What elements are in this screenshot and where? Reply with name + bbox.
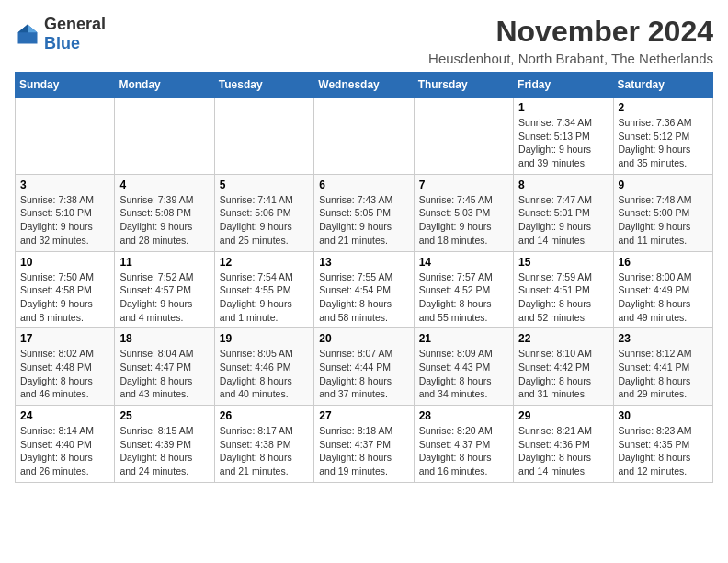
day-number: 11 xyxy=(119,256,209,269)
day-cell xyxy=(16,98,115,175)
day-number: 17 xyxy=(20,332,109,345)
day-number: 27 xyxy=(319,409,408,422)
day-info: Sunrise: 7:43 AM Sunset: 5:05 PM Dayligh… xyxy=(319,193,408,247)
day-info: Sunrise: 8:10 AM Sunset: 4:42 PM Dayligh… xyxy=(518,347,608,401)
day-info: Sunrise: 7:55 AM Sunset: 4:54 PM Dayligh… xyxy=(319,270,408,325)
day-info: Sunrise: 7:54 AM Sunset: 4:55 PM Dayligh… xyxy=(220,270,309,325)
day-number: 5 xyxy=(220,178,309,191)
day-cell xyxy=(214,98,313,175)
day-info: Sunrise: 8:05 AM Sunset: 4:46 PM Dayligh… xyxy=(220,347,309,401)
day-info: Sunrise: 8:15 AM Sunset: 4:39 PM Dayligh… xyxy=(119,424,209,478)
day-cell: 21Sunrise: 8:09 AM Sunset: 4:43 PM Dayli… xyxy=(414,328,513,406)
day-number: 1 xyxy=(518,101,608,114)
day-info: Sunrise: 8:18 AM Sunset: 4:37 PM Dayligh… xyxy=(319,424,408,478)
day-info: Sunrise: 8:04 AM Sunset: 4:47 PM Dayligh… xyxy=(119,347,209,401)
day-info: Sunrise: 8:21 AM Sunset: 4:36 PM Dayligh… xyxy=(518,424,608,478)
day-cell: 9Sunrise: 7:48 AM Sunset: 5:00 PM Daylig… xyxy=(613,174,712,251)
header-day-wednesday: Wednesday xyxy=(314,73,414,98)
logo-text: General Blue xyxy=(44,15,106,53)
day-number: 18 xyxy=(119,332,209,345)
day-number: 13 xyxy=(319,256,408,269)
day-number: 4 xyxy=(119,178,209,191)
logo: General Blue xyxy=(15,15,106,53)
calendar: SundayMondayTuesdayWednesdayThursdayFrid… xyxy=(15,72,713,483)
day-cell: 18Sunrise: 8:04 AM Sunset: 4:47 PM Dayli… xyxy=(115,328,214,406)
day-number: 12 xyxy=(220,256,309,269)
main-title: November 2024 xyxy=(428,15,713,49)
day-cell: 25Sunrise: 8:15 AM Sunset: 4:39 PM Dayli… xyxy=(115,406,214,483)
logo-icon xyxy=(15,21,40,47)
day-info: Sunrise: 7:48 AM Sunset: 5:00 PM Dayligh… xyxy=(619,193,708,247)
day-info: Sunrise: 8:20 AM Sunset: 4:37 PM Dayligh… xyxy=(419,424,508,478)
day-cell: 29Sunrise: 8:21 AM Sunset: 4:36 PM Dayli… xyxy=(514,406,613,483)
day-info: Sunrise: 8:14 AM Sunset: 4:40 PM Dayligh… xyxy=(20,424,109,478)
day-info: Sunrise: 7:36 AM Sunset: 5:12 PM Dayligh… xyxy=(619,116,708,170)
day-number: 25 xyxy=(119,409,209,422)
day-info: Sunrise: 7:52 AM Sunset: 4:57 PM Dayligh… xyxy=(119,270,209,325)
day-number: 23 xyxy=(619,332,708,345)
day-info: Sunrise: 8:00 AM Sunset: 4:49 PM Dayligh… xyxy=(619,270,708,325)
header-day-monday: Monday xyxy=(115,73,214,98)
week-row-5: 24Sunrise: 8:14 AM Sunset: 4:40 PM Dayli… xyxy=(16,406,713,483)
day-number: 21 xyxy=(419,332,508,345)
day-info: Sunrise: 7:41 AM Sunset: 5:06 PM Dayligh… xyxy=(220,193,309,247)
header-day-thursday: Thursday xyxy=(414,73,513,98)
week-row-2: 3Sunrise: 7:38 AM Sunset: 5:10 PM Daylig… xyxy=(16,174,713,251)
day-number: 22 xyxy=(518,332,608,345)
day-number: 16 xyxy=(619,256,708,269)
day-cell xyxy=(115,98,214,175)
day-cell: 14Sunrise: 7:57 AM Sunset: 4:52 PM Dayli… xyxy=(414,251,513,328)
day-cell: 2Sunrise: 7:36 AM Sunset: 5:12 PM Daylig… xyxy=(613,98,712,175)
subtitle: Heusdenhout, North Brabant, The Netherla… xyxy=(428,51,713,66)
day-number: 19 xyxy=(220,332,309,345)
day-cell: 8Sunrise: 7:47 AM Sunset: 5:01 PM Daylig… xyxy=(514,174,613,251)
day-info: Sunrise: 7:39 AM Sunset: 5:08 PM Dayligh… xyxy=(119,193,209,247)
day-cell: 20Sunrise: 8:07 AM Sunset: 4:44 PM Dayli… xyxy=(314,328,414,406)
day-cell: 3Sunrise: 7:38 AM Sunset: 5:10 PM Daylig… xyxy=(16,174,115,251)
day-cell: 27Sunrise: 8:18 AM Sunset: 4:37 PM Dayli… xyxy=(314,406,414,483)
day-number: 28 xyxy=(419,409,508,422)
day-info: Sunrise: 7:34 AM Sunset: 5:13 PM Dayligh… xyxy=(518,116,608,170)
day-number: 9 xyxy=(619,178,708,191)
week-row-4: 17Sunrise: 8:02 AM Sunset: 4:48 PM Dayli… xyxy=(16,328,713,406)
day-info: Sunrise: 7:38 AM Sunset: 5:10 PM Dayligh… xyxy=(20,193,109,247)
day-number: 30 xyxy=(619,409,708,422)
day-cell: 13Sunrise: 7:55 AM Sunset: 4:54 PM Dayli… xyxy=(314,251,414,328)
day-number: 7 xyxy=(419,178,508,191)
day-cell: 4Sunrise: 7:39 AM Sunset: 5:08 PM Daylig… xyxy=(115,174,214,251)
week-row-1: 1Sunrise: 7:34 AM Sunset: 5:13 PM Daylig… xyxy=(16,98,713,175)
day-info: Sunrise: 8:17 AM Sunset: 4:38 PM Dayligh… xyxy=(220,424,309,478)
day-number: 6 xyxy=(319,178,408,191)
day-cell: 12Sunrise: 7:54 AM Sunset: 4:55 PM Dayli… xyxy=(214,251,313,328)
day-cell: 6Sunrise: 7:43 AM Sunset: 5:05 PM Daylig… xyxy=(314,174,414,251)
day-info: Sunrise: 7:50 AM Sunset: 4:58 PM Dayligh… xyxy=(20,270,109,325)
day-info: Sunrise: 8:02 AM Sunset: 4:48 PM Dayligh… xyxy=(20,347,109,401)
day-cell: 22Sunrise: 8:10 AM Sunset: 4:42 PM Dayli… xyxy=(514,328,613,406)
header-day-tuesday: Tuesday xyxy=(214,73,313,98)
day-number: 3 xyxy=(20,178,109,191)
day-info: Sunrise: 7:47 AM Sunset: 5:01 PM Dayligh… xyxy=(518,193,608,247)
week-row-3: 10Sunrise: 7:50 AM Sunset: 4:58 PM Dayli… xyxy=(16,251,713,328)
day-cell: 16Sunrise: 8:00 AM Sunset: 4:49 PM Dayli… xyxy=(613,251,712,328)
day-number: 15 xyxy=(518,256,608,269)
day-cell: 23Sunrise: 8:12 AM Sunset: 4:41 PM Dayli… xyxy=(613,328,712,406)
day-info: Sunrise: 8:12 AM Sunset: 4:41 PM Dayligh… xyxy=(619,347,708,401)
day-number: 10 xyxy=(20,256,109,269)
day-cell: 19Sunrise: 8:05 AM Sunset: 4:46 PM Dayli… xyxy=(214,328,313,406)
header-day-saturday: Saturday xyxy=(613,73,712,98)
day-info: Sunrise: 8:07 AM Sunset: 4:44 PM Dayligh… xyxy=(319,347,408,401)
day-cell xyxy=(314,98,414,175)
day-number: 24 xyxy=(20,409,109,422)
calendar-header-row: SundayMondayTuesdayWednesdayThursdayFrid… xyxy=(16,73,713,98)
day-info: Sunrise: 7:57 AM Sunset: 4:52 PM Dayligh… xyxy=(419,270,508,325)
day-number: 26 xyxy=(220,409,309,422)
day-number: 29 xyxy=(518,409,608,422)
day-info: Sunrise: 8:23 AM Sunset: 4:35 PM Dayligh… xyxy=(619,424,708,478)
header: General Blue November 2024 Heusdenhout, … xyxy=(15,15,713,66)
day-info: Sunrise: 7:59 AM Sunset: 4:51 PM Dayligh… xyxy=(518,270,608,325)
day-number: 20 xyxy=(319,332,408,345)
day-number: 14 xyxy=(419,256,508,269)
day-cell: 11Sunrise: 7:52 AM Sunset: 4:57 PM Dayli… xyxy=(115,251,214,328)
header-day-friday: Friday xyxy=(514,73,613,98)
day-cell: 1Sunrise: 7:34 AM Sunset: 5:13 PM Daylig… xyxy=(514,98,613,175)
